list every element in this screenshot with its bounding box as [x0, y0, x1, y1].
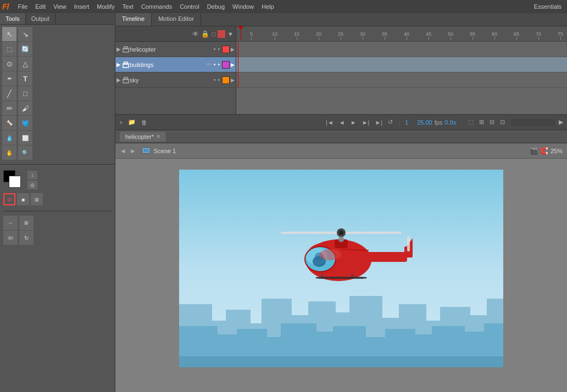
none-color-btn[interactable]: ⊘ — [3, 193, 15, 205]
svg-rect-7 — [143, 149, 149, 152]
tab-tools[interactable]: Tools — [0, 13, 26, 24]
stage-tab-helicopter[interactable]: helicopter* ✕ — [120, 132, 166, 142]
line-tool[interactable]: ╱ — [2, 86, 16, 100]
essentials-label[interactable]: Essentials — [531, 2, 565, 11]
menu-debug[interactable]: Debug — [204, 2, 228, 11]
zoom-controls: 🎬 🧲 25% — [530, 147, 563, 155]
stage-tab-bar: helicopter* ✕ — [115, 130, 567, 143]
menu-edit[interactable]: Edit — [32, 2, 49, 11]
layer-row-sky[interactable]: ▶ sky • • ▶ — [115, 72, 236, 88]
stage-tab-close[interactable]: ✕ — [156, 133, 160, 139]
go-to-end-btn[interactable]: ►| — [373, 118, 384, 127]
layer-dot2-helicopter: • — [218, 46, 220, 52]
subselect-tool[interactable]: ↘ — [18, 27, 32, 41]
fps-display: 25.00 — [417, 119, 432, 126]
step-forward-btn[interactable]: ►| — [360, 118, 371, 127]
current-frame: 1 — [405, 119, 408, 126]
fps-label: fps — [435, 119, 443, 126]
forward-nav-btn[interactable]: ► — [130, 147, 136, 155]
snap-frames-btn[interactable]: ⬚ — [466, 117, 475, 127]
layer-expand-sky: ▶ — [116, 77, 121, 83]
timeline-scrollbar[interactable] — [511, 119, 555, 126]
rect-tool[interactable]: □ — [18, 86, 32, 100]
lasso-tool[interactable]: ⊙ — [2, 57, 16, 71]
menu-text[interactable]: Text — [119, 2, 137, 11]
swap-colors-btn[interactable]: ↕ — [27, 171, 37, 180]
tick-35: 35 — [382, 31, 387, 40]
timeline-content: 👁 🔒 □ ▼ ▶ helicopter • • — [115, 26, 567, 114]
paint-bucket-tool[interactable]: 🪣 — [18, 116, 32, 130]
layer-name-sky: sky — [130, 77, 214, 83]
tab-output[interactable]: Output — [26, 13, 55, 24]
menu-commands[interactable]: Commands — [138, 2, 175, 11]
menu-file[interactable]: File — [14, 2, 31, 11]
layer-row-buildings[interactable]: ▶ buildings ✏ • • ▶ — [115, 57, 236, 72]
menu-view[interactable]: View — [50, 2, 70, 11]
onion-outlines-btn[interactable]: ⊟ — [488, 117, 496, 127]
pencil-edit-icon: ✏ — [207, 61, 212, 68]
zoom-tool[interactable]: 🔍 — [18, 145, 32, 160]
3d-tool[interactable]: 3D — [3, 231, 18, 245]
tick-65: 65 — [514, 31, 519, 40]
loop-btn[interactable]: ↺ — [386, 117, 394, 127]
helicopter-svg — [264, 216, 418, 299]
step-back-btn[interactable]: ◄ — [337, 118, 347, 127]
tab-motion-editor[interactable]: Motion Editor — [152, 13, 201, 26]
pen-tool[interactable]: ✒ — [2, 71, 16, 86]
layer-marker-buildings: ▶ — [231, 62, 235, 68]
eyedropper-tool[interactable]: 💧 — [2, 131, 16, 145]
delete-layer-btn[interactable]: 🗑 — [140, 118, 149, 127]
hand-tool[interactable]: ✋ — [2, 145, 16, 160]
menu-help[interactable]: Help — [258, 2, 277, 11]
playhead-frame-sky — [238, 72, 238, 88]
poly-icon: △ — [23, 60, 28, 68]
scroll-right-btn[interactable]: ▶ — [557, 117, 565, 127]
solid-color-btn[interactable]: ■ — [17, 193, 29, 205]
text-tool-icon: T — [23, 75, 27, 83]
menu-control[interactable]: Control — [176, 2, 202, 11]
arrow-icon: ↖ — [7, 30, 13, 38]
svg-point-60 — [338, 237, 344, 242]
add-folder-btn[interactable]: 📁 — [126, 117, 137, 127]
menu-window[interactable]: Window — [229, 2, 257, 11]
pencil-tool[interactable]: ✏ — [2, 101, 16, 115]
gradient-color-btn[interactable]: ▥ — [31, 193, 43, 205]
onion-tool[interactable]: ⊞ — [19, 216, 34, 230]
go-to-start-btn[interactable]: |◄ — [324, 118, 335, 127]
layer-name-buildings: buildings — [130, 61, 207, 68]
layer-marker-helicopter: ▶ — [231, 47, 235, 52]
tick-75: 75 — [558, 31, 563, 40]
gradient-tool[interactable]: 🔄 — [18, 42, 32, 56]
eraser-tool[interactable]: ⬜ — [18, 131, 32, 145]
tick-40: 40 — [404, 31, 409, 40]
transform2-tool[interactable]: ↻ — [19, 231, 34, 245]
bone-tool[interactable]: 🦴 — [2, 116, 16, 130]
colors-section: ↕ ◎ ⊘ ■ ▥ ↔ ⊞ 3D ↻ — [0, 167, 115, 248]
edit-onion-btn[interactable]: ⊡ — [498, 117, 507, 127]
default-colors-btn[interactable]: ◎ — [27, 181, 37, 189]
add-layer-btn[interactable]: + — [118, 118, 124, 127]
onion-skin-btn[interactable]: ⊞ — [477, 117, 486, 127]
play-btn[interactable]: ► — [349, 118, 358, 127]
svg-rect-53 — [407, 236, 410, 251]
layer-row-helicopter[interactable]: ▶ helicopter • • ▶ — [115, 42, 236, 57]
back-nav-btn[interactable]: ◄ — [120, 147, 126, 155]
snap-tool[interactable]: ↔ — [3, 216, 18, 230]
layer-color-buildings — [222, 61, 230, 69]
gradient-icon: 🔄 — [21, 46, 29, 53]
poly-tool[interactable]: △ — [18, 57, 32, 71]
helicopter-layer — [264, 216, 418, 304]
footer-spacer3: | — [460, 119, 462, 126]
brush-tool[interactable]: 🖌 — [18, 101, 32, 115]
line-icon: ╱ — [7, 89, 12, 98]
free-transform-tool[interactable]: ⬚ — [2, 42, 16, 56]
canvas-container[interactable] — [115, 159, 567, 392]
menu-modify[interactable]: Modify — [93, 2, 118, 11]
text-tool[interactable]: T — [18, 71, 32, 86]
frame-row-sky — [236, 72, 567, 88]
svg-rect-36 — [179, 356, 503, 367]
arrow-tool[interactable]: ↖ — [2, 27, 16, 41]
tab-timeline[interactable]: Timeline — [115, 13, 152, 26]
fill-color-swatch[interactable] — [9, 176, 21, 188]
menu-insert[interactable]: Insert — [71, 2, 93, 11]
